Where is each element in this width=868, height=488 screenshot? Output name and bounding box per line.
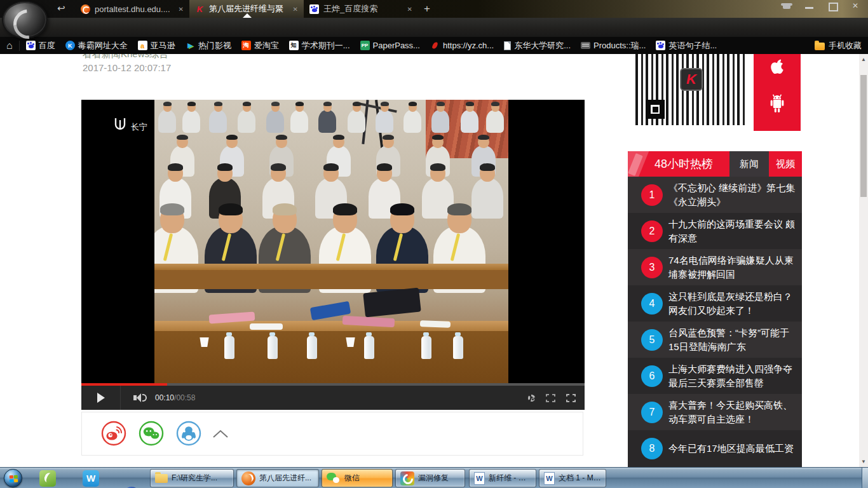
- bookmark-phone-folder[interactable]: 手机收藏: [815, 40, 862, 51]
- hot-item-text: 上海大师赛费纳进入四强争夺 最后三天赛票全部售罄: [668, 362, 796, 390]
- fullscreen-icon[interactable]: [566, 394, 576, 402]
- products-icon: [581, 42, 590, 49]
- person-hair: [323, 163, 338, 171]
- android-icon[interactable]: [768, 93, 787, 114]
- coreldraw-icon[interactable]: [39, 470, 56, 487]
- play-icon: [97, 393, 105, 403]
- bookmark-item[interactable]: a亚马逊: [138, 40, 175, 51]
- minimize-icon[interactable]: [803, 1, 816, 11]
- hot-item-text: 74名电信网络诈骗嫌疑人从柬埔寨被押解回国: [668, 254, 796, 281]
- bookmark-item[interactable]: https://yz.ch...: [430, 41, 494, 50]
- article-date: 2017-10-12 20:07:17: [83, 62, 171, 73]
- bookmark-item[interactable]: PPPaperPass...: [360, 41, 420, 50]
- person-torso: [348, 110, 365, 133]
- hot-list-item[interactable]: 8今年已有17地区提高最低工资: [628, 430, 802, 466]
- hot-list-item[interactable]: 1《不忘初心 继续前进》第七集《永立潮头》: [628, 177, 802, 213]
- volume-icon[interactable]: [133, 393, 147, 402]
- taskbar-window-button[interactable]: 微信: [322, 469, 393, 487]
- water-bottle: [307, 336, 317, 359]
- video-player: 长宁 00:10/00:58: [81, 100, 585, 410]
- tab-video[interactable]: 视频: [769, 151, 802, 177]
- person-torso: [486, 110, 504, 133]
- person-hair: [409, 102, 417, 106]
- bookmark-label: 东华大学研究...: [514, 40, 571, 51]
- bookmark-item[interactable]: 百度: [26, 40, 55, 51]
- page-scrollbar[interactable]: [859, 54, 868, 467]
- share-weibo-icon[interactable]: [101, 421, 126, 446]
- taskbar-window-button[interactable]: 漏洞修复: [395, 469, 465, 487]
- new-tab-button[interactable]: [419, 1, 435, 17]
- video-frame[interactable]: 长宁: [81, 100, 585, 383]
- person-hair: [447, 203, 471, 215]
- tab-1[interactable]: portaltest.dhu.edu....: [75, 0, 189, 18]
- tab-3[interactable]: 王烨_百度搜索: [304, 0, 418, 18]
- desk-tier: [154, 321, 508, 331]
- home-icon[interactable]: [6, 40, 13, 51]
- kankanews-k-icon: K: [195, 4, 205, 14]
- wps-icon[interactable]: W: [83, 470, 99, 487]
- bookmark-item[interactable]: 知学术期刊一...: [289, 40, 350, 51]
- tab-close-icon[interactable]: [407, 6, 412, 13]
- share-panel: [81, 412, 583, 456]
- bookmark-label: Products::瑞...: [593, 40, 646, 51]
- person-torso: [266, 110, 284, 133]
- hot-item-text: 喜大普奔！今天起购买高铁、动车票可自主选座！: [668, 398, 796, 426]
- hot-list-item[interactable]: 4这只鞋到底是灰绿还是粉白？网友们又吵起来了！: [628, 285, 802, 322]
- taskbar-window-button[interactable]: 第八届先进纤...: [236, 469, 319, 487]
- cnki-icon: 知: [289, 41, 299, 50]
- person-hair: [478, 135, 489, 140]
- person-hair: [295, 102, 304, 106]
- person-hair: [480, 163, 494, 171]
- water-bottle: [268, 336, 278, 359]
- play-button[interactable]: [81, 386, 121, 410]
- article-source[interactable]: 看看新闻Knews综合: [83, 54, 168, 60]
- bookmark-item[interactable]: 东华大学研究...: [504, 40, 571, 51]
- bookmark-item[interactable]: Products::瑞...: [581, 40, 646, 51]
- apple-icon[interactable]: [769, 59, 785, 79]
- taskbar-window-button[interactable]: W新纤维 - Mic...: [469, 469, 536, 487]
- tab-close-icon[interactable]: [293, 6, 298, 13]
- back-arrow-icon[interactable]: [57, 3, 65, 14]
- tab-close-icon[interactable]: [179, 6, 184, 13]
- hot-list-item[interactable]: 2十九大前的这两场重要会议 颇有深意: [628, 213, 802, 249]
- bookmark-item[interactable]: 英语句子结...: [656, 40, 717, 51]
- show-desktop-button[interactable]: [862, 468, 868, 488]
- bookmark-item[interactable]: K毒霸网址大全: [65, 40, 128, 51]
- hot-list-item[interactable]: 5台风蓝色预警：“卡努”可能于15日登陆海南广东: [628, 322, 802, 358]
- desk-tier: [154, 270, 508, 289]
- exit-fullscreen-icon[interactable]: [546, 394, 555, 402]
- browser-logo[interactable]: [2, 1, 48, 39]
- taskbar-window-label: 文档 1 - Mic...: [559, 473, 601, 484]
- person-hair: [333, 135, 344, 140]
- hot-list-item[interactable]: 6上海大师赛费纳进入四强争夺 最后三天赛票全部售罄: [628, 358, 802, 394]
- web-page: 看看新闻Knews综合 2017-10-12 20:07:17 长宁: [0, 54, 868, 467]
- start-button[interactable]: [4, 469, 22, 487]
- paperpass-icon: PP: [360, 41, 370, 50]
- share-qq-icon[interactable]: [176, 421, 201, 446]
- settings-gear-icon[interactable]: [528, 395, 535, 402]
- skin-icon[interactable]: [780, 1, 793, 11]
- scrollbar-thumb[interactable]: [860, 75, 867, 197]
- desk-item: [250, 323, 283, 330]
- maximize-icon[interactable]: [826, 1, 839, 11]
- collapse-chevron-icon[interactable]: [212, 429, 229, 439]
- bookmark-label: 亚马逊: [151, 40, 175, 51]
- scroll-up-arrow[interactable]: [859, 57, 868, 62]
- bookmark-item[interactable]: 热门影视: [186, 40, 231, 51]
- app-download-panel: [754, 54, 801, 131]
- person-hair: [491, 102, 499, 106]
- app-qr-code: K: [635, 54, 746, 125]
- hot-list-item[interactable]: 374名电信网络诈骗嫌疑人从柬埔寨被押解回国: [628, 249, 802, 285]
- hot-list-item[interactable]: 7喜大普奔！今天起购买高铁、动车票可自主选座！: [628, 394, 802, 430]
- bookmark-item[interactable]: 淘爱淘宝: [241, 40, 279, 51]
- taskbar-window-button[interactable]: F:\研究生学...: [150, 469, 234, 487]
- person-hair: [219, 203, 243, 215]
- scroll-down-arrow[interactable]: [859, 459, 868, 464]
- tab-news[interactable]: 新闻: [729, 151, 769, 177]
- taskbar-window-button[interactable]: W文档 1 - Mic...: [539, 469, 606, 487]
- person-torso: [318, 110, 336, 133]
- person-torso: [238, 110, 255, 133]
- close-icon[interactable]: [849, 1, 862, 11]
- baidu-paw-icon: [309, 4, 319, 14]
- share-wechat-icon[interactable]: [139, 421, 164, 446]
